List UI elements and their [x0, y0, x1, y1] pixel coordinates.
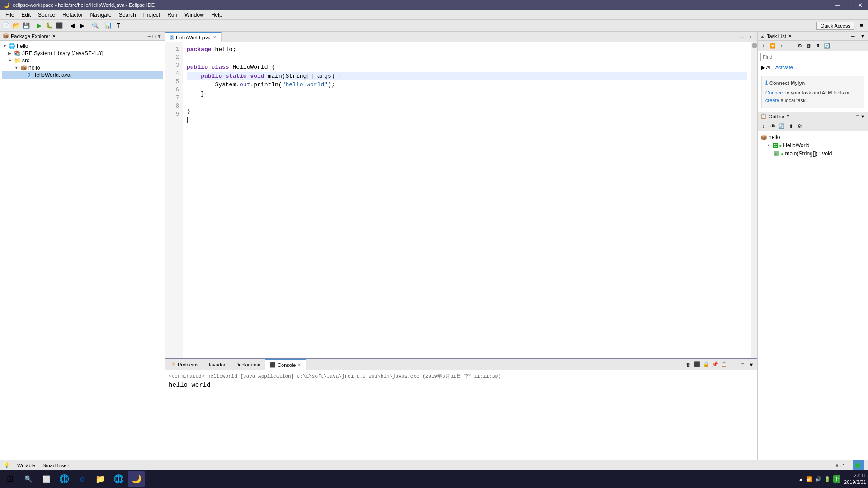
menu-source[interactable]: Source — [34, 11, 59, 19]
task-new-button[interactable]: + — [760, 42, 768, 50]
perspective-button[interactable]: 📊 — [104, 21, 113, 30]
console-minimize-button[interactable]: ─ — [729, 361, 737, 369]
tree-item-hello-pkg[interactable]: ▼ 📦 hello — [2, 64, 163, 71]
outline-dropdown-button[interactable]: ▼ — [860, 114, 865, 119]
menu-refactor[interactable]: Refactor — [59, 11, 86, 19]
console-scroll-lock[interactable]: 🔒 — [702, 361, 710, 369]
quick-access-button[interactable]: Quick Access — [816, 22, 854, 30]
menu-help[interactable]: Help — [208, 11, 226, 19]
outline-collapse-button[interactable]: ⬆ — [787, 122, 795, 130]
console-maximize-button[interactable]: □ — [738, 361, 746, 369]
console-output: hello world — [169, 381, 754, 389]
outline-maximize-button[interactable]: □ — [856, 114, 859, 119]
tab-javadoc[interactable]: Javadoc — [203, 359, 231, 370]
console-view-button[interactable]: 📋 — [720, 361, 728, 369]
toolbar-settings[interactable]: ≡ — [857, 21, 866, 30]
close-button[interactable]: ✕ — [856, 2, 864, 9]
outline-close-icon[interactable]: ✕ — [786, 114, 790, 119]
taskbar-search-button[interactable]: 🔍 — [20, 471, 36, 487]
task-dropdown-button[interactable]: ▼ — [860, 33, 865, 39]
stop-button[interactable]: ⬛ — [55, 21, 64, 30]
tab-problems[interactable]: ⚠ Problems — [167, 359, 203, 370]
menu-search[interactable]: Search — [115, 11, 140, 19]
menu-run[interactable]: Run — [164, 11, 181, 19]
open-button[interactable]: 📂 — [12, 21, 21, 30]
task-settings-button[interactable]: ⚙ — [796, 42, 804, 50]
outline-item-main[interactable]: m ● main(String[]) : void — [760, 150, 866, 158]
task-maximize-button[interactable]: □ — [856, 33, 859, 39]
editor-minimize-button[interactable]: ─ — [737, 33, 746, 42]
package-explorer-panel: 📦 Package Explorer ✕ ─ □ ▼ ▼ 🌐 hello ▶ 📚… — [0, 32, 165, 460]
taskbar-chrome-button[interactable]: 🌐 — [110, 471, 127, 487]
menu-file[interactable]: File — [2, 11, 18, 19]
editor-maximize-button[interactable]: □ — [747, 33, 756, 42]
task-filter-button[interactable]: 🔽 — [769, 42, 777, 50]
outline-minimize-button[interactable]: ─ — [851, 114, 855, 119]
task-all-link[interactable]: ▶ All — [761, 65, 772, 70]
console-stop-button[interactable]: ⬛ — [693, 361, 701, 369]
pe-dropdown-button[interactable]: ▼ — [157, 33, 162, 39]
taskbar-folder-button[interactable]: 📁 — [92, 471, 108, 487]
mylyn-create-link[interactable]: create — [765, 98, 779, 103]
minimize-button[interactable]: ─ — [834, 2, 841, 9]
task-sync-button[interactable]: 🔄 — [823, 42, 831, 50]
editor-tab-helloworldjava[interactable]: J HelloWorld.java ✕ — [165, 32, 222, 42]
open-type-button[interactable]: T — [114, 21, 123, 30]
console-dropdown-button[interactable]: ▼ — [747, 361, 755, 369]
tab-close-button[interactable]: ✕ — [213, 35, 217, 40]
task-collapse-button[interactable]: ⬆ — [814, 42, 822, 50]
taskbar-task-view-button[interactable]: ⬜ — [38, 471, 54, 487]
taskbar-eclipse-button[interactable]: 🌙 — [128, 471, 145, 487]
declaration-label: Declaration — [235, 362, 260, 367]
editor-view-controls: ─ □ — [736, 32, 757, 42]
scroll-thumb[interactable] — [752, 43, 757, 48]
tree-item-helloworldjava[interactable]: J HelloWorld.java — [2, 71, 163, 79]
pe-minimize-button[interactable]: ─ — [148, 33, 151, 39]
menu-window[interactable]: Window — [181, 11, 208, 19]
menu-edit[interactable]: Edit — [18, 11, 34, 19]
task-sort-button[interactable]: ↕ — [778, 42, 786, 50]
outline-item-hello[interactable]: 📦 hello — [760, 133, 866, 141]
tray-arrow-icon[interactable]: ▲ — [798, 476, 803, 482]
menu-project[interactable]: Project — [140, 11, 164, 19]
task-search-input[interactable] — [760, 53, 865, 61]
tab-console[interactable]: ⬛ Console ✕ — [265, 359, 306, 370]
tree-item-hello-project[interactable]: ▼ 🌐 hello — [2, 42, 163, 50]
console-tab-close[interactable]: ✕ — [297, 362, 301, 367]
outline-item-helloworld[interactable]: ▼ C ● HelloWorld — [760, 141, 866, 150]
console-pin-button[interactable]: 📌 — [711, 361, 719, 369]
code-editor[interactable]: 1 2 3 4 5 6 7 8 9 package hello; public … — [165, 42, 757, 358]
save-button[interactable]: 💾 — [22, 21, 31, 30]
taskbar-edge-button[interactable]: 🌐 — [56, 471, 72, 487]
task-minimize-button[interactable]: ─ — [851, 33, 855, 39]
search-button[interactable]: 🔍 — [91, 21, 100, 30]
outline-settings-button[interactable]: ⚙ — [796, 122, 804, 130]
maximize-button[interactable]: □ — [845, 2, 852, 9]
tray-battery-icon: 🔋 — [824, 476, 830, 482]
outline-sync-button[interactable]: 🔄 — [778, 122, 786, 130]
run-button[interactable]: ▶ — [35, 21, 44, 30]
outline-sort-button[interactable]: ↕ — [760, 122, 768, 130]
menu-navigate[interactable]: Navigate — [86, 11, 115, 19]
tree-item-src[interactable]: ▼ 📁 src — [2, 57, 163, 64]
editor-scrollbar[interactable] — [751, 42, 757, 358]
pe-maximize-button[interactable]: □ — [152, 33, 156, 39]
outline-hide-button[interactable]: 👁 — [769, 122, 777, 130]
mylyn-connect-link[interactable]: Connect — [765, 90, 784, 95]
task-list-close-icon[interactable]: ✕ — [788, 33, 792, 38]
task-activate-link[interactable]: Activate... — [775, 65, 797, 70]
package-explorer-close-icon[interactable]: ✕ — [52, 33, 56, 38]
task-delete-button[interactable]: 🗑 — [805, 42, 813, 50]
prev-edit-button[interactable]: ◀ — [68, 21, 77, 30]
tab-declaration[interactable]: Declaration — [231, 359, 265, 370]
tree-item-jre[interactable]: ▶ 📚 JRE System Library [JavaSE-1.8] — [2, 50, 163, 57]
code-content[interactable]: package hello; public class HelloWorld {… — [183, 42, 751, 358]
windows-icon: ⊞ — [7, 474, 14, 484]
debug-button[interactable]: 🐛 — [45, 21, 54, 30]
next-edit-button[interactable]: ▶ — [78, 21, 87, 30]
console-clear-button[interactable]: 🗑 — [684, 361, 692, 369]
taskbar-ie-button[interactable]: e — [74, 471, 90, 487]
taskbar-start-button[interactable]: ⊞ — [2, 471, 18, 487]
new-button[interactable]: 📄 — [2, 21, 11, 30]
task-group-button[interactable]: ≡ — [787, 42, 795, 50]
